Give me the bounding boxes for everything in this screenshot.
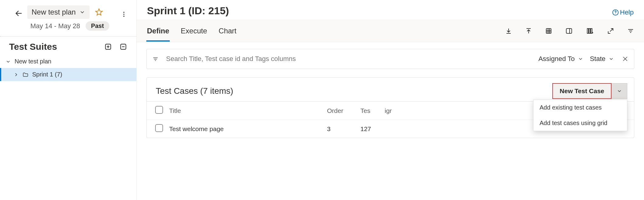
filter-icon[interactable] [627,27,634,35]
svg-point-3 [123,14,124,15]
fullscreen-icon[interactable] [607,27,614,35]
download-icon[interactable] [505,27,512,35]
back-arrow-icon[interactable] [15,9,23,18]
sidebar: New test plan May 14 - May 28 Past Test … [0,0,137,200]
clear-filters-icon[interactable] [622,56,629,62]
more-menu-icon[interactable] [121,11,127,18]
test-cases-panel: Test Cases (7 items) New Test Case Add e… [146,77,634,138]
column-test[interactable]: Tes [357,102,382,120]
grid-icon[interactable] [545,27,552,35]
test-plan-name: New test plan [32,8,76,16]
upload-icon[interactable] [525,27,532,35]
test-plan-selector[interactable]: New test plan [27,5,90,19]
main-panel: Sprint 1 (ID: 215) Help Define Execute C… [137,0,644,200]
row-checkbox[interactable] [155,124,163,132]
test-cases-heading: Test Cases (7 items) [156,86,233,96]
folder-icon [22,72,29,78]
svg-marker-1 [96,9,103,15]
select-all-checkbox[interactable] [155,106,163,114]
help-label: Help [620,8,634,16]
svg-rect-25 [591,29,592,33]
row-test: 127 [357,120,382,138]
collapse-all-icon[interactable] [119,43,127,51]
new-test-case-menu: Add existing test cases Add test cases u… [533,100,627,131]
tree-root-label: New test plan [15,58,51,65]
chevron-down-icon [5,59,11,64]
svg-point-4 [123,16,124,17]
filter-lines-icon[interactable] [152,56,159,62]
svg-rect-21 [566,29,572,33]
chevron-down-icon [79,9,85,15]
column-title[interactable]: Title [166,102,324,120]
plan-date-range: May 14 - May 28 [30,22,80,30]
new-test-case-dropdown-toggle[interactable] [612,83,627,99]
column-order[interactable]: Order [324,102,357,120]
tree-root-item[interactable]: New test plan [0,55,136,68]
state-filter[interactable]: State [590,55,614,63]
tree-child-label: Sprint 1 (7) [32,71,62,78]
svg-rect-16 [546,29,551,33]
row-title: Test welcome page [166,120,324,138]
svg-line-26 [610,29,613,32]
help-link[interactable]: Help [612,8,634,16]
svg-point-11 [615,13,616,14]
columns-edit-icon[interactable] [586,27,594,35]
test-suites-heading: Test Suites [9,42,57,52]
tree-child-item[interactable]: Sprint 1 (7) [0,68,136,81]
search-bar: Assigned To State [146,49,634,69]
tab-execute[interactable]: Execute [180,21,208,41]
svg-rect-23 [587,29,588,33]
row-order: 3 [324,120,357,138]
tab-define[interactable]: Define [146,21,170,41]
star-icon[interactable] [95,8,103,16]
menu-add-existing[interactable]: Add existing test cases [533,100,627,115]
page-title: Sprint 1 (ID: 215) [147,5,229,17]
search-input[interactable] [165,55,532,63]
side-panel-icon[interactable] [565,27,573,35]
svg-rect-24 [589,29,590,33]
past-badge: Past [86,21,109,31]
tab-chart[interactable]: Chart [218,21,237,41]
chevron-right-icon [13,72,19,77]
expand-all-icon[interactable] [104,43,112,51]
svg-point-2 [123,12,124,13]
menu-add-grid[interactable]: Add test cases using grid [533,115,627,131]
new-test-case-button[interactable]: New Test Case [552,83,612,99]
assigned-to-filter[interactable]: Assigned To [538,55,583,63]
